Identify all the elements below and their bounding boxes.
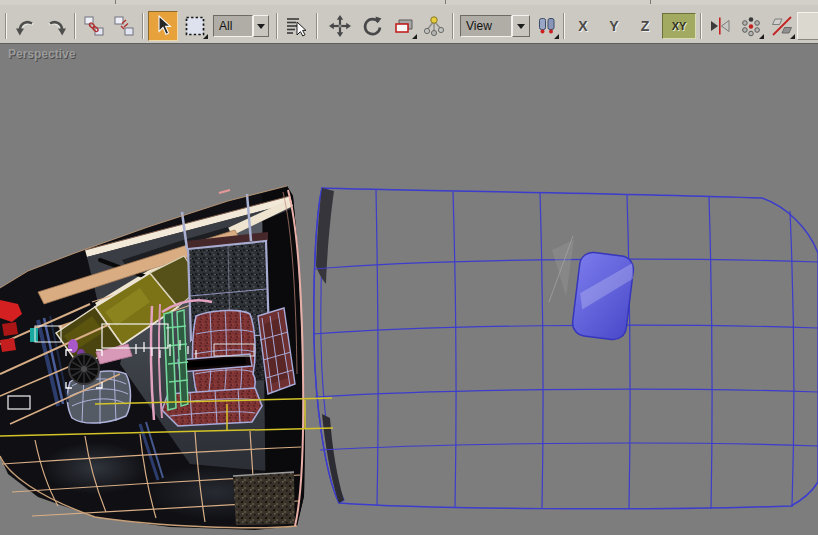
coord-system-arrow-button[interactable]: [512, 15, 530, 37]
toolbar-separator: [276, 13, 278, 39]
selection-filter-dropdown[interactable]: All: [213, 15, 269, 37]
select-and-link-icon: [82, 14, 106, 38]
redo-icon: [44, 14, 68, 38]
mirror-icon: [708, 14, 732, 38]
reference-coordinate-system-dropdown[interactable]: View: [460, 15, 530, 37]
selection-filter-value: All: [213, 15, 253, 37]
select-and-manipulate-icon: [422, 14, 446, 38]
clipped-toolbar-button[interactable]: [797, 12, 818, 40]
rectangular-selection-region-button[interactable]: [181, 12, 209, 40]
restrict-to-y-button[interactable]: Y: [600, 12, 628, 40]
rectangular-selection-region-icon: [183, 14, 207, 38]
menu-separator-tick: [445, 0, 446, 4]
select-and-scale-icon: [392, 14, 416, 38]
select-by-name-button[interactable]: [282, 12, 310, 40]
viewport-label[interactable]: Perspective: [8, 47, 75, 61]
select-by-name-icon: [284, 14, 308, 38]
redo-button[interactable]: [42, 12, 70, 40]
align-icon: [770, 14, 794, 38]
array-icon: [739, 14, 763, 38]
array-button[interactable]: [737, 12, 765, 40]
use-pivot-point-center-button[interactable]: [534, 12, 560, 40]
menu-separator-tick: [115, 0, 116, 4]
coord-system-value: View: [460, 15, 512, 37]
viewport-canvas[interactable]: [0, 44, 818, 535]
restrict-to-x-button[interactable]: X: [569, 12, 597, 40]
toolbar-separator: [452, 13, 454, 39]
toolbar-separator: [74, 13, 76, 39]
restrict-to-xy-plane-button[interactable]: XY: [662, 13, 696, 39]
toolbar-separator: [5, 13, 7, 39]
select-object-icon: [151, 14, 175, 38]
unlink-selection-button[interactable]: [110, 12, 138, 40]
perspective-viewport[interactable]: Perspective: [0, 44, 818, 535]
toolbar-separator: [316, 13, 318, 39]
cabin-window[interactable]: [571, 251, 636, 341]
fuselage-wireframe: [313, 190, 818, 509]
select-and-move-button[interactable]: [326, 12, 354, 40]
use-pivot-point-center-icon: [535, 14, 559, 38]
select-and-rotate-button[interactable]: [358, 12, 386, 40]
main-toolbar: All: [0, 5, 818, 44]
select-and-link-button[interactable]: [80, 12, 108, 40]
selection-filter-arrow-button[interactable]: [253, 15, 269, 37]
toolbar-separator: [563, 13, 565, 39]
aircraft-cockpit-cutaway[interactable]: [0, 186, 305, 530]
menu-separator-tick: [650, 0, 651, 4]
select-and-move-icon: [328, 14, 352, 38]
undo-button[interactable]: [12, 12, 40, 40]
dropdown-arrow-icon: [257, 24, 265, 29]
restrict-to-z-button[interactable]: Z: [631, 12, 659, 40]
dropdown-arrow-icon: [517, 24, 525, 29]
mirror-button[interactable]: [706, 12, 734, 40]
select-and-manipulate-button[interactable]: [420, 12, 448, 40]
select-object-button[interactable]: [148, 11, 178, 41]
select-and-rotate-icon: [360, 14, 384, 38]
undo-icon: [14, 14, 38, 38]
fuselage-section[interactable]: [313, 188, 818, 509]
toolbar-separator: [142, 13, 144, 39]
align-button[interactable]: [768, 12, 796, 40]
select-and-scale-button[interactable]: [390, 12, 418, 40]
unlink-selection-icon: [112, 14, 136, 38]
toolbar-separator: [700, 13, 702, 39]
